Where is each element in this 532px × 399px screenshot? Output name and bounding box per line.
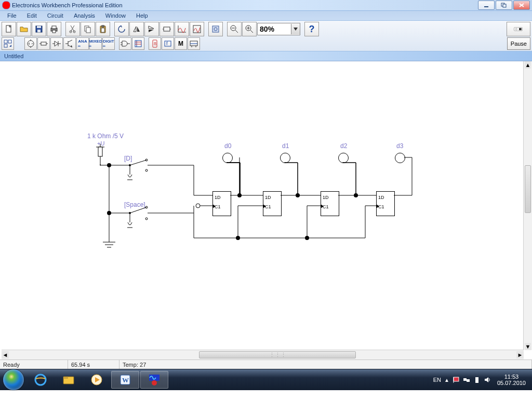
scroll-right-icon[interactable]: ► [516, 351, 524, 358]
svg-marker-189 [485, 377, 488, 382]
maximize-button[interactable] [496, 1, 512, 10]
print-button[interactable] [47, 22, 61, 36]
svg-rect-44 [4, 44, 7, 47]
menu-file[interactable]: File [2, 11, 22, 20]
zoom-value[interactable] [258, 24, 291, 34]
help-button[interactable]: ? [304, 22, 319, 36]
app-icon [2, 1, 10, 9]
app-title: Electronics Workbench Professional Editi… [12, 2, 123, 8]
scroll-left-icon[interactable]: ◄ [2, 351, 9, 358]
svg-line-32 [235, 30, 238, 33]
taskbar-ie[interactable] [27, 371, 54, 388]
zoom-select[interactable] [257, 23, 300, 35]
tray-power-icon[interactable] [473, 376, 481, 383]
zoom-in-button[interactable] [242, 22, 257, 36]
taskbar-media-player[interactable] [83, 371, 110, 388]
zoom-dropdown-icon[interactable] [291, 24, 300, 34]
transistors-button[interactable] [63, 37, 76, 50]
document-tab-title[interactable]: Untitled [4, 53, 23, 59]
scroll-down-icon[interactable]: ▼ [525, 343, 531, 350]
menu-circuit[interactable]: Circuit [42, 11, 69, 20]
svg-rect-176 [63, 377, 68, 379]
digital-button[interactable] [132, 37, 144, 50]
vertical-scrollbar[interactable]: ▲ ▼ [523, 61, 532, 350]
digital-ics-button[interactable]: DIGIT⎓ [102, 37, 115, 50]
rotate-left-button[interactable] [114, 22, 129, 36]
menu-help[interactable]: Help [131, 11, 153, 20]
status-ready: Ready [3, 362, 20, 368]
status-temp: Temp: 27 [123, 362, 146, 368]
flip-horizontal-button[interactable] [129, 22, 144, 36]
scroll-up-icon[interactable]: ▲ [525, 61, 531, 69]
taskbar-ewb[interactable] [140, 371, 168, 389]
svg-marker-38 [294, 28, 298, 31]
svg-rect-187 [475, 377, 478, 382]
menu-analysis[interactable]: Analysis [69, 11, 100, 20]
basic-button[interactable] [37, 37, 50, 50]
tray-date: 05.07.2010 [497, 380, 526, 386]
menubar: File Edit Circuit Analysis Window Help [0, 11, 532, 21]
tray-flag-icon[interactable] [453, 376, 460, 383]
toolbar-row-2: ANA⎓ MIXED⎓ DIGIT⎓ 8 f M Pause [2, 37, 530, 50]
svg-line-60 [68, 40, 72, 42]
analysis-graph-button[interactable] [190, 22, 204, 36]
tray-language[interactable]: EN [433, 377, 441, 383]
taskbar-word[interactable]: W [111, 371, 139, 389]
close-button[interactable] [513, 1, 530, 10]
component-properties-button[interactable] [208, 22, 223, 36]
tray-clock[interactable]: 11:53 05.07.2010 [494, 374, 529, 386]
paste-button[interactable] [96, 22, 110, 36]
menu-window[interactable]: Window [100, 11, 131, 20]
parts-bin-button[interactable] [2, 37, 14, 50]
cut-button[interactable] [65, 22, 80, 36]
svg-rect-2 [503, 4, 506, 7]
menu-edit[interactable]: Edit [22, 11, 42, 20]
new-file-button[interactable] [2, 22, 16, 36]
svg-rect-185 [463, 378, 467, 381]
controls-button[interactable]: f [162, 37, 174, 50]
open-file-button[interactable] [17, 22, 31, 36]
system-tray: EN ▲ 11:53 05.07.2010 [433, 374, 529, 386]
vertical-scroll-thumb[interactable] [525, 165, 531, 213]
svg-marker-23 [149, 26, 154, 29]
tray-volume-icon[interactable] [484, 376, 491, 383]
instruments-button[interactable] [188, 37, 200, 50]
tray-network-icon[interactable] [463, 376, 470, 383]
svg-text:8: 8 [154, 41, 156, 46]
svg-point-182 [152, 380, 157, 385]
svg-rect-42 [4, 40, 7, 43]
svg-rect-43 [8, 40, 11, 43]
sources-button[interactable] [24, 37, 37, 50]
misc-button[interactable]: M [175, 37, 187, 50]
copy-button[interactable] [81, 22, 95, 36]
canvas-frame: 1 k Ohm /5 V +U [D] [Space] d0 d1 d2 d3 [0, 61, 532, 360]
horizontal-scroll-thumb[interactable]: ⋮⋮⋮ [199, 351, 356, 358]
svg-rect-10 [52, 26, 56, 29]
svg-point-46 [28, 41, 34, 47]
flip-vertical-button[interactable] [144, 22, 159, 36]
save-button[interactable] [32, 22, 46, 36]
simulation-switch-button[interactable] [507, 22, 530, 36]
svg-rect-17 [86, 28, 90, 33]
toolbar-row-1: ? [2, 22, 530, 36]
node-q2 [354, 193, 358, 197]
document-tab-row: Untitled [0, 51, 532, 61]
graph-button[interactable] [175, 22, 189, 36]
circuit-canvas[interactable]: 1 k Ohm /5 V +U [D] [Space] d0 d1 d2 d3 [2, 61, 524, 350]
taskbar-explorer[interactable] [55, 371, 82, 388]
taskbar: W EN ▲ 11:53 05.07.2010 [0, 369, 532, 390]
logic-gates-button[interactable] [119, 37, 131, 50]
tray-chevron-icon[interactable]: ▲ [444, 377, 449, 383]
minimize-button[interactable] [478, 1, 495, 10]
zoom-out-button[interactable] [227, 22, 242, 36]
start-button[interactable] [3, 369, 24, 390]
pause-button[interactable]: Pause [507, 37, 530, 50]
svg-rect-66 [135, 41, 141, 47]
tray-time: 11:53 [497, 374, 526, 380]
mixed-ics-button[interactable]: MIXED⎓ [89, 37, 102, 50]
subcircuit-button[interactable] [159, 22, 174, 36]
horizontal-scrollbar[interactable]: ◄ ⋮⋮⋮ ► [2, 350, 524, 360]
diodes-button[interactable] [50, 37, 63, 50]
indicators-button[interactable]: 8 [149, 37, 161, 50]
analog-ics-button[interactable]: ANA⎓ [76, 37, 89, 50]
